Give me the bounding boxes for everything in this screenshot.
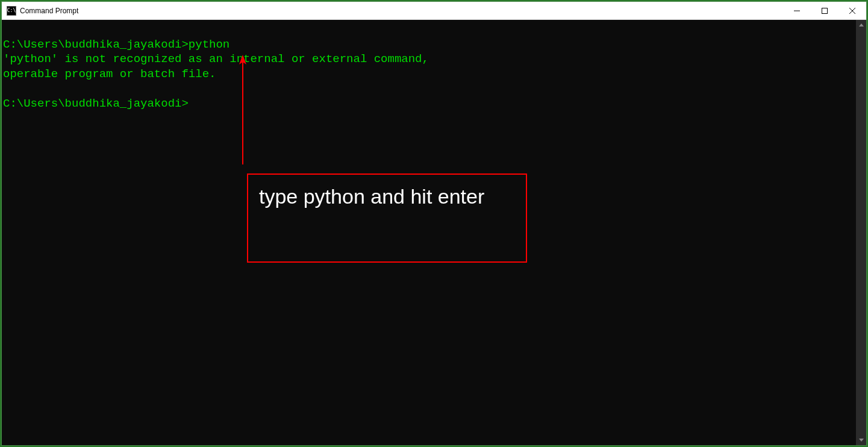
terminal-line-5: C:\Users\buddhika_jayakodi> [3, 96, 855, 111]
terminal[interactable]: C:\Users\buddhika_jayakodi>python 'pytho… [2, 20, 856, 445]
command-1: python [189, 38, 229, 51]
scrollbar-down-button[interactable] [856, 435, 866, 445]
svg-marker-6 [859, 23, 864, 27]
scrollbar-track[interactable] [856, 30, 866, 435]
terminal-blank-line [3, 22, 855, 37]
terminal-line-2: 'python' is not recognized as an interna… [3, 52, 855, 67]
terminal-blank-line [3, 82, 855, 97]
titlebar[interactable]: C:\ Command Prompt [2, 2, 866, 20]
scrollbar-up-button[interactable] [856, 20, 866, 30]
close-button[interactable] [838, 2, 866, 19]
svg-rect-1 [822, 8, 828, 13]
minimize-icon [794, 8, 800, 14]
maximize-button[interactable] [811, 2, 838, 19]
prompt-2: C:\Users\buddhika_jayakodi> [3, 97, 189, 110]
terminal-container: C:\Users\buddhika_jayakodi>python 'pytho… [2, 20, 866, 445]
annotation-text: type python and hit enter [259, 185, 484, 208]
terminal-line-1: C:\Users\buddhika_jayakodi>python [3, 37, 855, 52]
window-title: Command Prompt [20, 7, 783, 15]
chevron-up-icon [859, 23, 864, 27]
vertical-scrollbar[interactable] [856, 20, 866, 445]
terminal-line-3: operable program or batch file. [3, 67, 855, 82]
command-prompt-window: C:\ Command Prompt C:\Users\buddhika_jay… [1, 1, 867, 446]
chevron-down-icon [859, 439, 864, 442]
app-icon: C:\ [7, 6, 16, 16]
window-controls [783, 2, 866, 19]
app-icon-label: C:\ [7, 8, 16, 13]
prompt-1: C:\Users\buddhika_jayakodi> [3, 38, 189, 51]
svg-marker-7 [859, 439, 864, 442]
maximize-icon [822, 8, 828, 14]
close-icon [849, 8, 855, 14]
annotation-text-box: type python and hit enter [247, 173, 527, 263]
minimize-button[interactable] [783, 2, 811, 19]
